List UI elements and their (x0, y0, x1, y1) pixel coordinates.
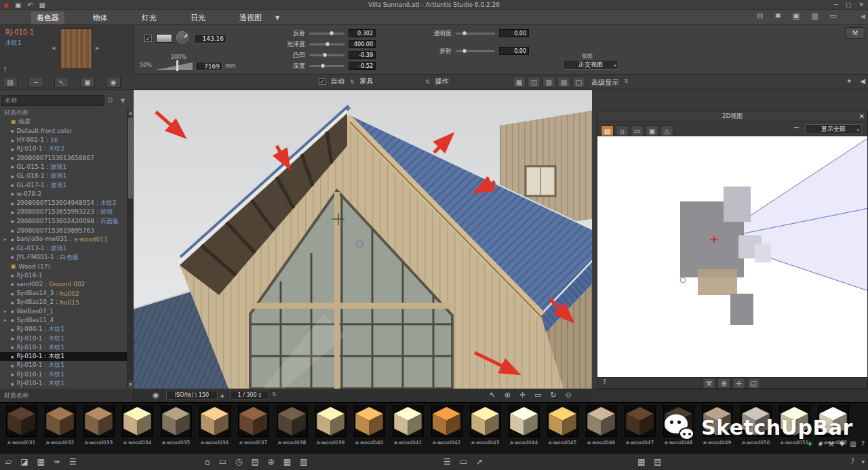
prev-shader-icon[interactable]: ◀ (52, 45, 55, 51)
displays-icon[interactable]: ▥ (811, 12, 818, 20)
list-item[interactable]: ●sand002：Ground 002 (0, 280, 127, 289)
material-thumbnail[interactable]: a-wood041 (389, 406, 427, 453)
select-icon[interactable]: ↖ (490, 391, 496, 399)
material-thumbnail[interactable]: a-wood033 (79, 406, 118, 453)
help-button[interactable]: ? (3, 66, 7, 73)
size-field[interactable]: 7169 (195, 62, 222, 71)
list-item[interactable]: ●20080807153655993223：玻璃 (0, 208, 127, 216)
view-box-icon[interactable]: □ (572, 77, 585, 87)
list-item[interactable]: ●w-078-2 (0, 190, 127, 199)
monitor-icon[interactable]: ▭ (830, 12, 837, 20)
tab-灯光[interactable]: 灯光 (136, 12, 162, 24)
material-thumbnail[interactable]: a-wood046 (582, 406, 620, 453)
2d-help-button[interactable]: ? (603, 378, 606, 385)
operation-label[interactable]: 操作 (435, 77, 448, 86)
slider-handle[interactable] (329, 31, 334, 36)
slider-track[interactable] (456, 33, 495, 35)
perspective-dropdown-icon[interactable]: ▼ (275, 15, 279, 21)
stats-icon[interactable]: ▥ (850, 440, 856, 448)
slider-value[interactable]: 0.00 (499, 29, 529, 37)
sidebar-scrollbar[interactable]: ▲ ▼ (127, 109, 133, 388)
pointer-icon[interactable]: ↖ (54, 77, 69, 87)
region-icon[interactable]: ▭ (534, 391, 541, 399)
expand-icon[interactable]: ▸ (4, 317, 11, 323)
keyboard-icon[interactable]: ▦ (637, 454, 645, 470)
scroll-up-icon[interactable]: ▲ (127, 109, 134, 116)
panel-collapse-icon[interactable]: ◀ (861, 13, 865, 20)
scrollbar-thumb[interactable] (128, 117, 133, 199)
list-item[interactable]: ●20080807153619895763 (0, 226, 127, 235)
wave-tool-icon[interactable]: ≈ (54, 454, 60, 470)
help-quick-icon[interactable]: ? (861, 440, 865, 448)
slider-handle[interactable] (462, 48, 467, 54)
list-item[interactable]: ●RJ-000-1：木纹1 (0, 325, 127, 334)
material-thumbnail[interactable]: a-wood039 (311, 406, 350, 453)
operation-stepper-icon[interactable]: ⇅ (425, 79, 430, 85)
view-rows-icon[interactable]: ▥ (542, 77, 555, 87)
maximize-icon[interactable]: □ (846, 0, 852, 10)
view-split-icon[interactable]: ◫ (528, 77, 540, 87)
slider-value[interactable]: 0.302 (349, 29, 376, 37)
render-viewport[interactable] (134, 90, 592, 389)
camera-view-icon[interactable]: △ (660, 125, 673, 136)
axes-icon[interactable]: ✱ (775, 12, 781, 20)
tab-日光[interactable]: 日光 (185, 12, 211, 24)
shader-preview-thumbnail[interactable] (60, 28, 92, 69)
slider-value[interactable]: 0.00 (499, 47, 529, 55)
slider-track[interactable] (456, 50, 495, 52)
scroll-down-icon[interactable]: ▼ (127, 380, 134, 388)
list-item[interactable]: ●HY-002-1：16 (0, 136, 127, 144)
list-item[interactable]: ●GL-013-1：玻璃1 (0, 243, 127, 252)
cube-tool-icon[interactable]: ◪ (20, 454, 28, 470)
list-item[interactable]: ●GL-016-1：玻璃1 (0, 172, 127, 180)
close-icon[interactable]: ✕ (859, 111, 865, 121)
star-icon[interactable]: ★ (817, 440, 823, 448)
furniture-label[interactable]: 家具 (360, 77, 374, 86)
list-item[interactable]: ●GL-017-1：玻璃1 (0, 180, 127, 189)
list-item[interactable]: ●Default front color (0, 127, 127, 136)
material-thumbnail[interactable]: a-wood034 (118, 406, 157, 453)
tab-着色器[interactable]: 着色器 (31, 12, 64, 24)
expand-icon[interactable]: ▸ (4, 309, 11, 314)
slider-track[interactable] (309, 43, 344, 45)
list-item[interactable]: ●RJ-010-1：木纹1 (0, 334, 127, 342)
list-item[interactable]: ▸●WalBas07_1 (0, 307, 127, 316)
wrench-quick-icon[interactable]: ⚒ (828, 440, 834, 448)
wrench-2d-icon[interactable]: ⚒ (703, 378, 715, 389)
list-item[interactable]: ●20080807153604948954：木纹2 (0, 199, 127, 208)
slider-handle[interactable] (322, 52, 328, 58)
minus-icon[interactable]: ─ (28, 77, 43, 87)
mesh-tool-icon[interactable]: ▦ (37, 454, 45, 470)
list-item[interactable]: ●RJ-010-1：木纹1 (0, 343, 127, 352)
camera-settings-icon[interactable]: ◉ (153, 391, 159, 399)
2d-plan-canvas[interactable] (597, 136, 867, 377)
front-view-icon[interactable]: ▭ (631, 125, 644, 136)
screen-icon[interactable]: ▭ (219, 454, 226, 470)
fit-2d-icon[interactable]: ◱ (747, 378, 760, 389)
texture-checkbox[interactable]: ✓ (144, 35, 152, 42)
shutter-stepper-icon[interactable]: ⇅ (272, 391, 277, 397)
slider-handle[interactable] (462, 31, 467, 36)
cart-icon[interactable]: ⊟ (757, 12, 763, 20)
next-shader-icon[interactable]: ▶ (96, 45, 99, 51)
list-item[interactable]: ●RJ-016-1 (0, 271, 127, 279)
material-thumbnail[interactable]: a-wood031 (2, 406, 41, 453)
zoom-icon[interactable]: ⊕ (505, 391, 511, 399)
list-item[interactable]: ●RJ-010-1：木纹1 (0, 370, 127, 379)
list-item[interactable]: ▸●SydBas11_4 (0, 316, 127, 325)
advanced-stepper-icon[interactable]: ⇅ (624, 78, 629, 87)
material-thumbnail[interactable]: a-wood035 (157, 406, 195, 453)
slider-track[interactable] (309, 65, 344, 67)
tab-物体[interactable]: 物体 (87, 12, 113, 24)
duplicate-icon[interactable]: ▣ (793, 12, 800, 20)
section-view-icon[interactable]: ▣ (646, 125, 658, 136)
close-icon[interactable]: ✕ (859, 0, 864, 10)
filter-icon[interactable]: ▼ (121, 98, 125, 104)
rotation-knob[interactable] (176, 31, 189, 43)
slider-track[interactable] (309, 33, 344, 35)
material-thumbnail[interactable]: a-wood047 (620, 406, 659, 453)
help-button-bottom[interactable]: ? (850, 454, 854, 470)
scale-slider[interactable] (156, 62, 193, 70)
list-item[interactable]: ●RJ-010-1：木纹2 (0, 144, 127, 153)
list-item[interactable]: ●RJ-010-1：木纹1 (0, 379, 127, 388)
